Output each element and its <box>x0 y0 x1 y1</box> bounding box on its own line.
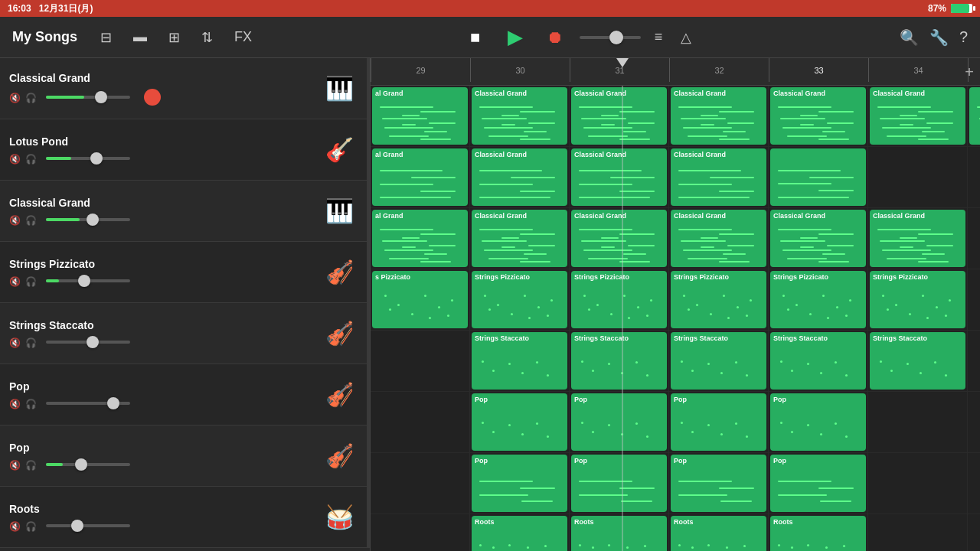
clip-cell-5-2[interactable]: Pop <box>570 392 669 452</box>
clip-cell-7-3[interactable]: Roots <box>669 514 769 551</box>
clip-cell-1-0[interactable]: al Grand <box>371 147 470 207</box>
clip-cell-0-1[interactable]: Classical Grand <box>470 86 570 146</box>
volume-slider-7[interactable] <box>46 524 130 527</box>
slider-thumb-6[interactable] <box>75 458 87 471</box>
volume-slider-3[interactable] <box>46 279 130 282</box>
clip-cell-4-5[interactable]: Strings Staccato <box>868 331 968 391</box>
clip-cell-3-5[interactable]: Strings Pizzicato <box>868 269 968 330</box>
clip-cell-0-6[interactable] <box>968 86 980 146</box>
clip-cell-1-6[interactable] <box>968 147 980 207</box>
clip-cell-1-2[interactable]: Classical Grand <box>570 147 669 207</box>
volume-thumb[interactable] <box>609 31 623 44</box>
clip-cell-2-0[interactable]: al Grand <box>371 208 470 269</box>
mixer-icon[interactable]: ⇅ <box>197 26 217 49</box>
add-track-button[interactable]: + <box>965 63 974 80</box>
mute-btn-7[interactable] <box>9 520 21 532</box>
record-button[interactable]: ⏺ <box>540 22 570 53</box>
mute-btn-1[interactable] <box>9 152 21 165</box>
headphones-btn-7[interactable] <box>25 520 37 532</box>
clip-cell-5-6[interactable] <box>968 392 980 452</box>
clip-cell-6-3[interactable]: Pop <box>669 453 769 514</box>
slider-thumb-4[interactable] <box>87 336 99 348</box>
volume-slider-6[interactable] <box>46 463 130 466</box>
volume-slider-4[interactable] <box>46 341 130 344</box>
fx-button[interactable]: FX <box>230 26 256 48</box>
clip-cell-6-4[interactable]: Pop <box>769 453 868 514</box>
clip-cell-7-4[interactable]: Roots <box>769 514 868 551</box>
headphones-btn-2[interactable] <box>25 214 37 226</box>
clip-cell-3-6[interactable] <box>968 269 980 330</box>
clip-cell-1-5[interactable] <box>868 147 968 207</box>
clip-cell-3-3[interactable]: Strings Pizzicato <box>669 269 769 330</box>
metronome-icon[interactable]: △ <box>676 26 696 49</box>
clip-cell-5-1[interactable]: Pop <box>470 392 570 452</box>
clip-cell-5-0[interactable] <box>371 392 470 452</box>
clip-cell-3-2[interactable]: Strings Pizzicato <box>570 269 669 330</box>
slider-thumb-7[interactable] <box>71 520 83 532</box>
headphones-btn-6[interactable] <box>25 458 37 471</box>
clip-cell-2-6[interactable] <box>968 208 980 269</box>
mute-btn-4[interactable] <box>9 336 21 348</box>
mute-btn-3[interactable] <box>9 275 21 287</box>
slider-thumb-1[interactable] <box>90 152 103 165</box>
clip-cell-4-3[interactable]: Strings Staccato <box>669 331 769 391</box>
slider-thumb-0[interactable] <box>95 91 107 103</box>
clip-cell-7-1[interactable]: Roots <box>470 514 570 551</box>
volume-slider-0[interactable] <box>46 96 130 99</box>
headphones-btn-1[interactable] <box>25 152 37 165</box>
clip-cell-7-2[interactable]: Roots <box>570 514 669 551</box>
headphones-btn-4[interactable] <box>25 336 37 348</box>
mute-btn-0[interactable] <box>9 91 21 103</box>
clip-cell-1-4[interactable] <box>769 147 868 207</box>
mute-btn-6[interactable] <box>9 458 21 471</box>
play-button[interactable]: ▶ <box>500 22 531 53</box>
view-tiles-icon[interactable]: ⊞ <box>164 26 185 49</box>
clip-cell-6-6[interactable] <box>968 453 980 514</box>
headphones-btn-0[interactable] <box>25 91 37 103</box>
slider-thumb-2[interactable] <box>87 214 99 226</box>
tempo-icon[interactable]: ≡ <box>650 26 668 48</box>
clip-cell-0-4[interactable]: Classical Grand <box>769 86 868 146</box>
clip-cell-7-5[interactable] <box>868 514 968 551</box>
clip-cell-4-1[interactable]: Strings Staccato <box>470 331 570 391</box>
clip-cell-0-2[interactable]: Classical Grand <box>570 86 669 146</box>
volume-slider-1[interactable] <box>46 157 130 160</box>
clip-cell-5-3[interactable]: Pop <box>669 392 769 452</box>
volume-slider-2[interactable] <box>46 218 130 221</box>
slider-thumb-5[interactable] <box>107 397 119 409</box>
headphones-btn-3[interactable] <box>25 275 37 287</box>
clip-cell-7-6[interactable] <box>968 514 980 551</box>
clip-cell-2-2[interactable]: Classical Grand <box>570 208 669 269</box>
search-icon[interactable]: 🔍 <box>900 28 919 47</box>
clip-cell-4-2[interactable]: Strings Staccato <box>570 331 669 391</box>
stop-button[interactable]: ■ <box>460 22 491 53</box>
clip-cell-1-3[interactable]: Classical Grand <box>669 147 769 207</box>
slider-thumb-3[interactable] <box>78 275 90 287</box>
volume-slider-5[interactable] <box>46 402 130 405</box>
clip-cell-6-1[interactable]: Pop <box>470 453 570 514</box>
clip-cell-3-1[interactable]: Strings Pizzicato <box>470 269 570 330</box>
mute-btn-5[interactable] <box>9 397 21 409</box>
clip-cell-3-0[interactable]: s Pizzicato <box>371 269 470 330</box>
clip-cell-5-5[interactable] <box>868 392 968 452</box>
clip-cell-6-0[interactable] <box>371 453 470 514</box>
view-grid-icon[interactable]: ⊟ <box>96 26 116 49</box>
clip-cell-4-0[interactable] <box>371 331 470 391</box>
headphones-btn-5[interactable] <box>25 397 37 409</box>
clip-cell-0-3[interactable]: Classical Grand <box>669 86 769 146</box>
clip-cell-6-2[interactable]: Pop <box>570 453 669 514</box>
clip-cell-2-5[interactable]: Classical Grand <box>868 208 968 269</box>
clip-cell-0-0[interactable]: al Grand <box>371 86 470 146</box>
mute-btn-2[interactable] <box>9 214 21 226</box>
clip-cell-4-4[interactable]: Strings Staccato <box>769 331 868 391</box>
clip-cell-7-0[interactable] <box>371 514 470 551</box>
clip-cell-1-1[interactable]: Classical Grand <box>470 147 570 207</box>
clip-cell-2-4[interactable]: Classical Grand <box>769 208 868 269</box>
clip-cell-2-1[interactable]: Classical Grand <box>470 208 570 269</box>
settings-icon[interactable]: 🔧 <box>929 28 949 47</box>
track-extra-btn-0[interactable] <box>144 89 161 106</box>
volume-control[interactable] <box>580 36 641 39</box>
view-film-icon[interactable]: ▬ <box>129 26 152 48</box>
clip-cell-5-4[interactable]: Pop <box>769 392 868 452</box>
clip-cell-6-5[interactable] <box>868 453 968 514</box>
